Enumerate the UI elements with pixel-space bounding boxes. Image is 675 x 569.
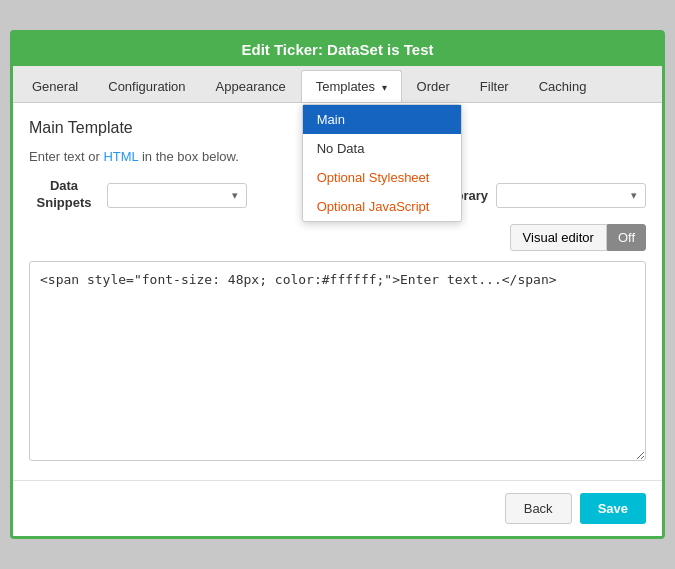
dropdown-item-optional-stylesheet[interactable]: Optional Stylesheet — [303, 163, 461, 192]
dialog-title: Edit Ticker: DataSet is Test — [13, 33, 662, 66]
library-select[interactable]: ▾ — [496, 183, 646, 208]
footer: Back Save — [13, 480, 662, 536]
chevron-down-icon: ▾ — [631, 189, 637, 202]
save-button[interactable]: Save — [580, 493, 646, 524]
tab-appearance[interactable]: Appearance — [201, 70, 301, 102]
tab-configuration[interactable]: Configuration — [93, 70, 200, 102]
tab-filter[interactable]: Filter — [465, 70, 524, 102]
code-textarea[interactable]: <span style="font-size: 48px; color:#fff… — [29, 261, 646, 461]
dropdown-item-no-data[interactable]: No Data — [303, 134, 461, 163]
templates-dropdown-menu: Main No Data Optional Stylesheet Optiona… — [302, 104, 462, 222]
tab-templates[interactable]: Templates ▾ Main No Data Optional Styles… — [301, 70, 402, 102]
back-button[interactable]: Back — [505, 493, 572, 524]
toggle-off-button[interactable]: Off — [607, 224, 646, 251]
tab-order[interactable]: Order — [402, 70, 465, 102]
visual-editor-button[interactable]: Visual editor — [510, 224, 607, 251]
tab-caching[interactable]: Caching — [524, 70, 602, 102]
data-snippets-label: DataSnippets — [29, 178, 99, 212]
chevron-down-icon: ▾ — [382, 82, 387, 93]
tabs-bar: General Configuration Appearance Templat… — [13, 66, 662, 103]
visual-editor-row: Visual editor Off — [29, 224, 646, 251]
code-editor-container: <span style="font-size: 48px; color:#fff… — [29, 261, 646, 464]
dropdown-item-main[interactable]: Main — [303, 105, 461, 134]
data-snippets-select[interactable]: ▾ — [107, 183, 247, 208]
tab-general[interactable]: General — [17, 70, 93, 102]
chevron-down-icon: ▾ — [232, 189, 238, 202]
edit-ticker-dialog: Edit Ticker: DataSet is Test General Con… — [10, 30, 665, 539]
dropdown-item-optional-javascript[interactable]: Optional JavaScript — [303, 192, 461, 221]
visual-editor-group: Visual editor Off — [510, 224, 646, 251]
html-link[interactable]: HTML — [103, 149, 138, 164]
